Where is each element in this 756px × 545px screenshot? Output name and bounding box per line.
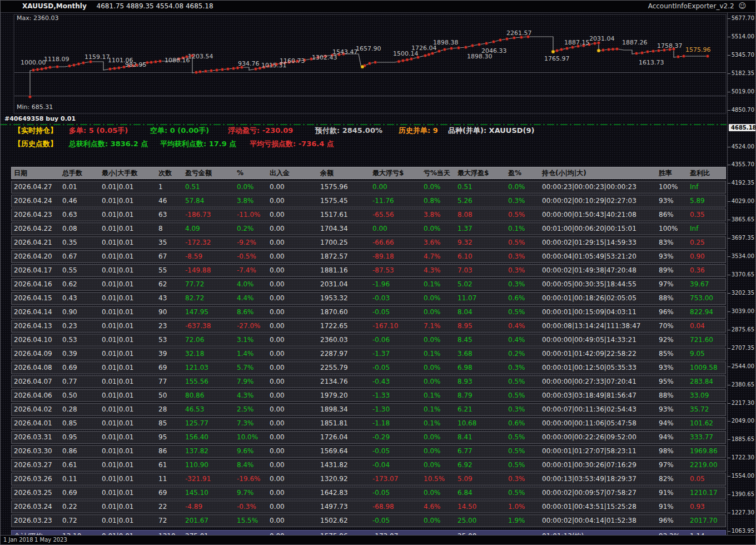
table-cell: 2026.04.08	[12, 362, 61, 374]
table-cell: 0.00	[268, 293, 319, 304]
table-cell: 8.93	[456, 376, 506, 388]
table-cell: 00:00:03|03:18:49|81:56:47	[540, 390, 657, 402]
table-cell: 28	[157, 404, 183, 415]
table-cell: 1569.64	[319, 445, 371, 457]
table-cell: -1.33	[371, 390, 422, 402]
trade-dot	[113, 67, 116, 70]
table-row[interactable]: 2026.04.070.770.01|0.0177155.567.9%0.002…	[11, 375, 726, 388]
trade-dot	[424, 54, 426, 57]
table-row[interactable]: 2026.04.060.500.01|0.015080.864.3%0.0019…	[11, 389, 726, 402]
price-label: 1390.65	[732, 491, 754, 497]
table-row[interactable]: 2026.03.260.110.01|0.0111-321.91-19.6%0.…	[11, 473, 726, 485]
table-cell: 32.18	[183, 348, 235, 360]
table-cell: 1210.17	[688, 487, 724, 499]
status-item: 空单: 0 (0.00手)	[150, 126, 209, 136]
table-cell: 0.50	[61, 390, 100, 402]
status-item: 【实时持仓】	[14, 126, 57, 136]
table-row[interactable]: 2026.04.090.390.01|0.013932.181.4%0.0022…	[11, 348, 726, 360]
balance-annotation: 1657.90	[356, 45, 381, 52]
time-axis[interactable]: 1 Jan 20181 May 2023	[0, 535, 756, 545]
table-cell: 0.35	[688, 209, 724, 221]
table-cell: 2026.04.16	[12, 279, 61, 290]
trade-dot	[150, 61, 152, 63]
table-row[interactable]: 2026.04.270.010.01|0.0110.510.0%0.001575…	[11, 181, 726, 194]
table-cell: 7.1%	[422, 320, 456, 332]
table-cell: 0.01|0.01	[100, 432, 157, 443]
table-cell: 8.08	[456, 209, 506, 221]
table-cell: -149.88	[183, 265, 235, 276]
table-row[interactable]: 2026.03.250.690.01|0.0169145.109.7%0.001…	[11, 487, 726, 499]
table-cell: 93%	[657, 362, 688, 374]
table-cell: 2026.04.02	[12, 404, 61, 415]
table-cell: 1.0%	[506, 501, 540, 513]
table-cell: 0.5%	[506, 306, 540, 318]
table-row[interactable]: 2026.03.310.950.01|0.0195156.4010.0%0.00…	[11, 431, 726, 444]
table-cell: 0.3%	[506, 404, 540, 415]
price-scale[interactable]: 5677.705514.005345.705182.355019.004850.…	[728, 12, 756, 535]
table-row[interactable]: 2026.04.170.550.01|0.0155-149.88-7.4%0.0…	[11, 264, 726, 277]
table-cell: 0.1%	[422, 404, 456, 415]
chart-area[interactable]: 1000.001118.091159.171101.06982.951088.1…	[0, 12, 727, 535]
table-cell: 2026.04.15	[12, 293, 61, 304]
table-cell: 0.00	[268, 279, 319, 290]
table-cell: 2026.03.23	[12, 515, 61, 527]
table-row[interactable]: 2026.04.200.670.01|0.0167-8.59-0.5%0.001…	[11, 250, 726, 263]
balance-annotation: 1765.97	[544, 55, 570, 62]
price-label: 2875.65	[732, 326, 754, 333]
table-row[interactable]: 2026.04.240.460.01|0.014657.843.8%0.0015…	[11, 195, 726, 207]
table-cell: 0.69	[61, 487, 100, 499]
trade-dot	[560, 48, 563, 51]
table-cell: -1.18	[371, 418, 422, 429]
balance-annotation: 2046.33	[481, 47, 507, 54]
table-cell: 0.01|0.01	[100, 376, 157, 388]
table-cell: 15.5%	[235, 515, 268, 527]
table-cell: 0.01|0.01	[100, 459, 157, 471]
table-cell: -321.91	[183, 473, 235, 485]
table-cell: -0.05	[371, 445, 422, 457]
table-row[interactable]: 2026.03.240.220.01|0.0122-4.89-0.3%0.001…	[11, 501, 726, 513]
price-tick	[728, 311, 730, 312]
ea-title-group: AccountInfoExporter_v2.2 ☺	[648, 0, 746, 12]
table-row[interactable]: 2026.04.100.530.01|0.015372.063.1%0.0023…	[11, 334, 726, 346]
table-cell: 0.00	[268, 515, 319, 527]
table-cell: 1009.58	[688, 362, 724, 374]
table-cell: 0.0%	[235, 181, 268, 193]
table-cell: 0.00	[268, 195, 319, 207]
table-row[interactable]: 2026.04.020.280.01|0.012846.532.5%0.0018…	[11, 403, 726, 416]
table-cell: 0.01|0.01	[100, 348, 157, 360]
table-row[interactable]: 2026.04.160.620.01|0.016277.724.0%0.0020…	[11, 278, 726, 291]
table-cell: 00:00:00|00:22:26|09:52:00	[540, 432, 657, 443]
table-row[interactable]: 2026.03.230.720.01|0.0172201.6715.5%0.00…	[11, 514, 726, 527]
table-cell: 0.01|0.01	[100, 237, 157, 249]
trade-dot	[215, 68, 218, 71]
price-tick	[728, 201, 730, 202]
ea-smiley-icon[interactable]: ☺	[738, 2, 746, 10]
table-cell: 0.05	[688, 473, 724, 485]
trade-dot	[450, 47, 452, 49]
table-row[interactable]: 2026.04.130.230.01|0.0123-637.38-27.0%0.…	[11, 320, 726, 333]
table-row[interactable]: 2026.03.300.860.01|0.0186137.829.6%0.001…	[11, 445, 726, 458]
table-row[interactable]: 2026.04.210.350.01|0.0135-172.32-9.2%0.0…	[11, 236, 726, 249]
title-bar: XAUUSD,Monthly 4681.75 4889.35 4554.08 4…	[0, 0, 756, 13]
table-cell: 100%	[657, 223, 688, 235]
table-row[interactable]: 2026.04.220.080.01|0.0184.090.2%0.001704…	[11, 222, 726, 235]
table-row[interactable]: 2026.04.230.630.01|0.0163-186.73-11.0%0.…	[11, 209, 726, 221]
max-balance-label: Max: 2360.03	[17, 14, 58, 22]
table-cell: 0.0%	[422, 306, 456, 318]
symbol-period-label: XAUUSD,Monthly	[22, 2, 87, 10]
table-cell: 3.8%	[422, 209, 456, 221]
table-row[interactable]: 2026.04.140.900.01|0.0190147.958.6%0.001…	[11, 306, 726, 319]
table-row[interactable]: 2026.04.080.690.01|0.0169121.035.7%0.002…	[11, 361, 726, 374]
table-row[interactable]: 2026.03.270.610.01|0.0161110.908.4%0.001…	[11, 459, 726, 472]
table-cell: 0.25	[688, 237, 724, 249]
table-cell: 9.32	[456, 237, 506, 249]
table-cell: 39.67	[688, 279, 724, 290]
price-tick	[728, 531, 730, 532]
table-row[interactable]: 2026.04.150.430.01|0.014382.724.4%0.0019…	[11, 292, 726, 305]
table-cell: 91%	[657, 487, 688, 499]
table-cell: -0.03	[371, 293, 422, 304]
table-cell: 4.09	[183, 223, 235, 235]
price-label: 2544.00	[732, 363, 754, 369]
trade-dot	[677, 55, 679, 58]
table-row[interactable]: 2026.04.010.850.01|0.0185125.777.3%0.001…	[11, 417, 726, 430]
